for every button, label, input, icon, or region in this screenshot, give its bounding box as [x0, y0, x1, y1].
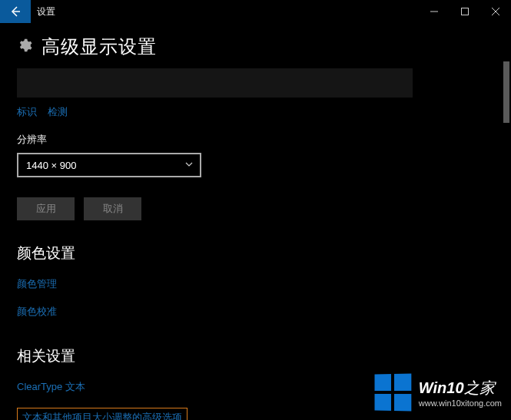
- arrow-left-icon: [9, 5, 22, 18]
- cleartype-text-link[interactable]: ClearType 文本: [17, 380, 494, 394]
- maximize-button[interactable]: [450, 0, 480, 23]
- related-settings-heading: 相关设置: [17, 346, 494, 366]
- scrollbar-thumb[interactable]: [503, 61, 509, 123]
- resolution-value: 1440 × 900: [26, 160, 76, 171]
- close-button[interactable]: [480, 0, 511, 23]
- resolution-select[interactable]: 1440 × 900: [17, 153, 201, 177]
- gear-icon: [17, 38, 32, 56]
- title-bar: 设置: [0, 0, 511, 23]
- svg-rect-0: [462, 8, 469, 15]
- resolution-label: 分辨率: [17, 133, 494, 147]
- page-title: 高级显示设置: [41, 35, 157, 59]
- back-button[interactable]: [0, 0, 31, 23]
- color-management-link[interactable]: 颜色管理: [17, 277, 494, 291]
- window-title: 设置: [37, 5, 55, 18]
- chevron-down-icon: [184, 158, 194, 172]
- maximize-icon: [461, 8, 469, 15]
- advanced-text-sizing-link[interactable]: 文本和其他项目大小调整的高级选项: [17, 408, 187, 420]
- detect-link[interactable]: 检测: [48, 105, 68, 119]
- minimize-button[interactable]: [419, 0, 450, 23]
- color-settings-heading: 颜色设置: [17, 243, 494, 263]
- color-calibration-link[interactable]: 颜色校准: [17, 305, 494, 319]
- close-icon: [492, 8, 499, 15]
- apply-button[interactable]: 应用: [17, 197, 75, 220]
- minimize-icon: [430, 8, 438, 15]
- display-preview: [17, 68, 413, 98]
- cancel-button[interactable]: 取消: [84, 197, 141, 220]
- identify-link[interactable]: 标识: [17, 105, 37, 119]
